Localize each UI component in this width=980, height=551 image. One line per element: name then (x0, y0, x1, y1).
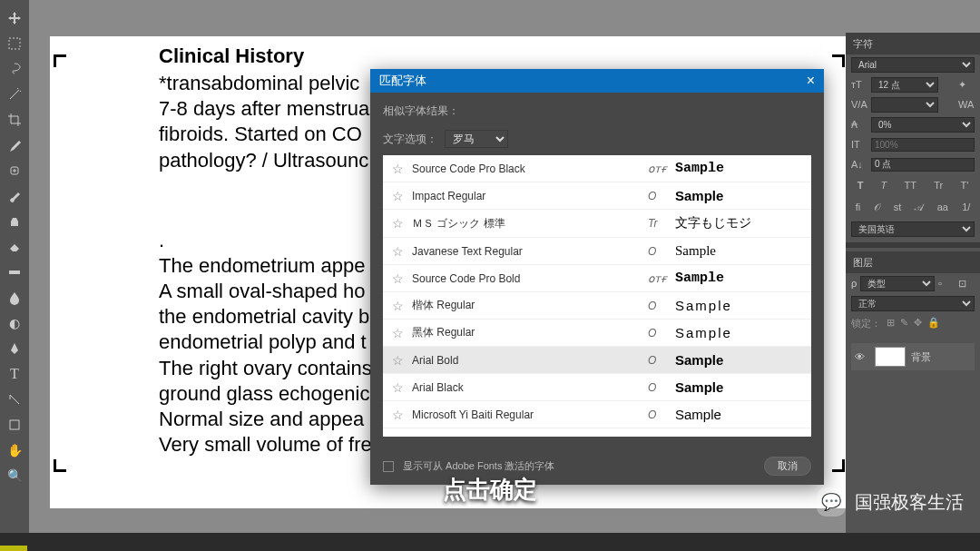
adobe-fonts-checkbox[interactable] (383, 461, 394, 472)
kerning-select[interactable]: 0% (871, 117, 975, 133)
font-type-icon: ᴏᴛғ (648, 162, 675, 175)
font-result-row[interactable]: ☆Source Code Pro BoldᴏᴛғSample (383, 265, 811, 292)
lock-brush-icon[interactable]: ✎ (900, 317, 908, 330)
titling-btn[interactable]: 𝒜 (915, 202, 923, 213)
italic-btn[interactable]: T (881, 180, 887, 191)
favorite-star-icon[interactable]: ☆ (392, 271, 412, 286)
font-type-icon: ᴏᴛғ (648, 272, 675, 285)
layer-row-background[interactable]: 👁 背景 (851, 343, 975, 370)
font-sample: Sample (675, 271, 802, 286)
font-name: Microsoft Yi Baiti Regular (412, 408, 648, 421)
lock-pixels-icon[interactable]: ⊞ (887, 317, 895, 330)
filter-icon2[interactable]: ⊡ (958, 278, 975, 290)
text-option-label: 文字选项： (383, 132, 437, 147)
lock-all-icon[interactable]: 🔒 (927, 317, 940, 330)
font-type-icon: O (648, 354, 675, 367)
leading-icon: ✦ (958, 79, 975, 91)
path-tool[interactable] (4, 389, 25, 410)
super-btn[interactable]: T' (961, 180, 969, 191)
type-style-row: T T TT Tr T' (846, 174, 980, 196)
favorite-star-icon[interactable]: ☆ (392, 162, 412, 176)
visibility-icon[interactable]: 👁 (855, 351, 869, 362)
crop-tool[interactable] (4, 109, 25, 131)
crop-corner-tr (832, 54, 845, 67)
cancel-button[interactable]: 取消 (764, 457, 811, 476)
favorite-star-icon[interactable]: ☆ (392, 244, 412, 259)
font-family-select[interactable]: Arial (851, 57, 975, 73)
favorite-star-icon[interactable]: ☆ (392, 189, 412, 203)
font-sample: Sample (675, 161, 802, 176)
font-result-row[interactable]: ☆楷体 RegularOSample (383, 292, 811, 320)
close-icon[interactable]: × (807, 73, 815, 89)
shape-tool[interactable] (4, 414, 25, 436)
baseline-icon: A↓ (851, 159, 867, 170)
type-tool[interactable]: T (4, 363, 25, 385)
move-tool[interactable] (4, 7, 25, 29)
character-panel-tab[interactable]: 字符 (846, 33, 980, 54)
brush-tool[interactable] (4, 185, 25, 207)
favorite-star-icon[interactable]: ☆ (392, 216, 412, 231)
size-icon: тT (851, 79, 867, 90)
dialog-titlebar[interactable]: 匹配字体 × (370, 69, 824, 93)
font-result-row[interactable]: ☆Source Code Pro BlackᴏᴛғSample (383, 155, 811, 182)
favorite-star-icon[interactable]: ☆ (392, 353, 412, 368)
font-result-row[interactable]: ☆黑体 RegularOSample (383, 320, 811, 347)
healing-tool[interactable] (4, 160, 25, 182)
font-result-row[interactable]: ☆Impact RegularOSample (383, 182, 811, 210)
swash-btn[interactable]: 𝒪 (874, 202, 879, 213)
layers-panel-tab[interactable]: 图层 (846, 251, 980, 273)
lasso-tool[interactable] (4, 58, 25, 80)
favorite-star-icon[interactable]: ☆ (392, 408, 412, 422)
baseline-input[interactable] (871, 158, 975, 172)
tracking-select[interactable] (871, 97, 938, 113)
favorite-star-icon[interactable]: ☆ (392, 299, 412, 313)
smallcaps-btn[interactable]: Tr (934, 180, 943, 191)
font-result-row[interactable]: ☆Arial BlackOSample (383, 374, 811, 401)
filter-icon[interactable]: ▫ (938, 278, 955, 289)
font-sample: Sample (675, 188, 802, 203)
blend-mode-select[interactable]: 正常 (851, 296, 975, 311)
stylistic-btn[interactable]: st (894, 202, 902, 213)
layer-name: 背景 (911, 350, 931, 364)
doc-block1: *transabdominal pelvic 7-8 days after me… (159, 71, 372, 173)
caps-btn[interactable]: TT (905, 180, 916, 191)
font-sample: Sample (675, 379, 802, 395)
font-result-row[interactable]: ☆Javanese Text RegularOSample (383, 238, 811, 265)
marquee-tool[interactable] (4, 33, 25, 54)
font-name: 楷体 Regular (412, 298, 648, 313)
favorite-star-icon[interactable]: ☆ (392, 380, 412, 395)
eraser-tool[interactable] (4, 236, 25, 258)
svg-rect-2 (9, 271, 20, 274)
clone-tool[interactable] (4, 211, 25, 232)
font-name: Arial Black (412, 381, 648, 394)
bold-btn[interactable]: T (858, 180, 864, 191)
gradient-tool[interactable] (4, 261, 25, 283)
lig-btn[interactable]: fi (856, 202, 861, 213)
favorite-star-icon[interactable]: ☆ (392, 326, 412, 340)
zoom-tool[interactable]: 🔍 (4, 465, 25, 487)
hand-tool[interactable]: ✋ (4, 439, 25, 461)
ordinals-btn[interactable]: aa (937, 202, 948, 213)
adobe-fonts-label: 显示可从 Adobe Fonts 激活的字体 (403, 459, 755, 473)
pen-tool[interactable] (4, 338, 25, 359)
blur-tool[interactable] (4, 287, 25, 309)
font-name: 黑体 Regular (412, 325, 648, 340)
lock-move-icon[interactable]: ✥ (914, 317, 922, 330)
crop-corner-br (832, 459, 845, 472)
svg-rect-0 (9, 38, 20, 49)
font-name: Source Code Pro Bold (412, 272, 648, 285)
dodge-tool[interactable]: ◐ (4, 312, 25, 334)
wand-tool[interactable] (4, 84, 25, 105)
font-result-row[interactable]: ☆Arial BoldOSample (383, 347, 811, 374)
language-select[interactable]: 美国英语 (851, 221, 975, 237)
text-option-select[interactable]: 罗马 (445, 130, 508, 148)
fractions-btn[interactable]: 1/ (962, 202, 970, 213)
font-sample: Sample (675, 352, 802, 368)
layer-kind-select[interactable]: 类型 (860, 276, 935, 291)
right-panels: 字符 Arial тT 12 点 ✦ V/A WA ₳ 0% IT A↓ T T… (846, 33, 980, 551)
font-size-select[interactable]: 12 点 (871, 77, 938, 93)
eyedropper-tool[interactable] (4, 134, 25, 156)
font-result-row[interactable]: ☆ＭＳ ゴシック 標準Tr文字もじモジ (383, 210, 811, 238)
scale-input[interactable] (871, 138, 975, 152)
font-result-row[interactable]: ☆Microsoft Yi Baiti RegularOSample (383, 401, 811, 428)
